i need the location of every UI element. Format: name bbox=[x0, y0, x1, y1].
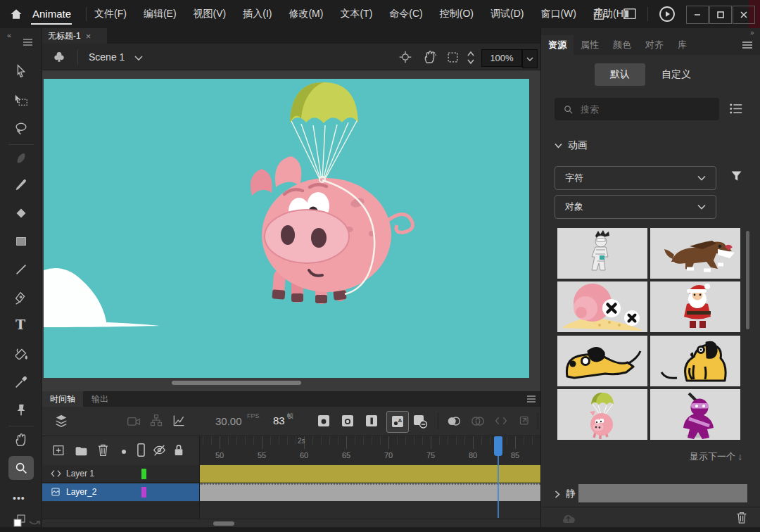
app-name[interactable]: Animate bbox=[32, 8, 71, 20]
color-swatches-icon[interactable] bbox=[11, 514, 28, 528]
create-classic-tween-icon[interactable] bbox=[518, 414, 532, 427]
menu-item-commands[interactable]: 命令(C) bbox=[389, 8, 422, 20]
outline-view-icon[interactable] bbox=[137, 443, 146, 457]
add-layer-icon[interactable] bbox=[52, 444, 65, 457]
section-static-label[interactable]: 静 bbox=[566, 488, 576, 500]
mode-default-button[interactable]: 默认 bbox=[595, 63, 645, 86]
asset-thumbnail-ninja[interactable] bbox=[650, 389, 740, 440]
menu-item-text[interactable]: 文本(T) bbox=[340, 8, 372, 20]
insert-keyframe-button[interactable] bbox=[318, 415, 330, 427]
asset-thumbnail-mummy[interactable] bbox=[557, 228, 647, 279]
undo-arrow-icon[interactable] bbox=[28, 516, 41, 526]
tab-properties[interactable]: 属性 bbox=[574, 39, 606, 51]
clip-content-icon[interactable] bbox=[446, 51, 460, 64]
tool-zoom[interactable] bbox=[13, 460, 29, 476]
camera-icon[interactable] bbox=[127, 415, 141, 427]
character-dropdown[interactable]: 字符 bbox=[555, 166, 716, 190]
layer-color-chip[interactable] bbox=[141, 487, 146, 498]
tab-output[interactable]: 输出 bbox=[83, 391, 117, 407]
highlight-layer-dot-icon[interactable] bbox=[121, 449, 127, 455]
menu-item-insert[interactable]: 插入(I) bbox=[243, 8, 272, 20]
layer-track-1[interactable] bbox=[199, 465, 540, 483]
tab-color[interactable]: 颜色 bbox=[606, 39, 638, 51]
auto-keyframe-button[interactable]: A bbox=[386, 411, 409, 433]
more-tools-icon[interactable]: ••• bbox=[13, 493, 25, 504]
asset-thumbnail-dog-lying[interactable] bbox=[557, 336, 647, 386]
share-icon[interactable] bbox=[591, 6, 607, 22]
asset-grid-scrollbar[interactable] bbox=[746, 231, 749, 329]
layer-parenting-icon[interactable] bbox=[149, 414, 163, 428]
timeline-ruler[interactable]: 2s 50 55 60 65 70 75 80 85 bbox=[199, 436, 540, 464]
tool-line[interactable] bbox=[13, 262, 29, 277]
menu-item-file[interactable]: 文件(F) bbox=[94, 8, 127, 20]
onion-skin-icon[interactable] bbox=[446, 415, 462, 427]
center-stage-icon[interactable] bbox=[398, 50, 412, 64]
tool-paint-bucket[interactable] bbox=[13, 346, 29, 362]
asset-thumbnail-wolf[interactable] bbox=[650, 228, 740, 279]
tab-library[interactable]: 库 bbox=[671, 39, 694, 51]
remove-frames-button[interactable] bbox=[414, 415, 428, 429]
layer-color-chip[interactable] bbox=[141, 469, 146, 479]
delete-layer-icon[interactable] bbox=[97, 443, 109, 457]
tool-hand[interactable] bbox=[13, 432, 29, 448]
zoom-stepper[interactable] bbox=[466, 49, 476, 66]
upload-asset-icon[interactable] bbox=[560, 512, 576, 524]
search-input[interactable] bbox=[579, 103, 702, 115]
tool-eyedropper[interactable] bbox=[13, 374, 29, 390]
current-frame-value[interactable]: 83 bbox=[273, 414, 285, 426]
insert-frame-button[interactable] bbox=[366, 415, 378, 427]
scene-icon[interactable] bbox=[52, 50, 66, 64]
tab-assets[interactable]: 资源 bbox=[541, 35, 574, 55]
document-tab[interactable]: 无标题-1 × bbox=[42, 28, 107, 44]
maximize-button[interactable] bbox=[709, 6, 732, 24]
section-animation-label[interactable]: 动画 bbox=[568, 139, 588, 152]
insert-blank-keyframe-button[interactable] bbox=[342, 415, 354, 427]
asset-thumbnail-dog-sitting[interactable] bbox=[650, 336, 740, 386]
tool-eraser[interactable] bbox=[13, 205, 29, 221]
tool-selection[interactable] bbox=[13, 63, 29, 79]
asset-thumbnail-santa[interactable] bbox=[650, 281, 740, 332]
tool-subselection[interactable] bbox=[13, 93, 29, 108]
home-icon[interactable] bbox=[8, 7, 24, 21]
layer-row-2-selected[interactable]: Layer_2 bbox=[42, 483, 199, 501]
canvas-hscrollbar[interactable] bbox=[172, 381, 301, 385]
lock-layers-icon[interactable] bbox=[173, 443, 184, 457]
tool-fluid-brush[interactable] bbox=[13, 151, 29, 166]
tool-brush[interactable] bbox=[13, 177, 29, 193]
stage[interactable] bbox=[44, 79, 529, 378]
scene-chevron-down-icon[interactable] bbox=[134, 54, 144, 61]
frame-graph-icon[interactable] bbox=[172, 414, 186, 428]
zoom-level-field[interactable]: 100% bbox=[481, 49, 522, 67]
menu-item-control[interactable]: 控制(O) bbox=[440, 8, 474, 20]
show-next-link[interactable]: 显示下一个 ↓ bbox=[665, 450, 742, 463]
menu-item-view[interactable]: 视图(V) bbox=[194, 8, 227, 20]
search-box[interactable] bbox=[555, 98, 719, 120]
workspace-icon[interactable] bbox=[622, 7, 638, 21]
tool-pen[interactable] bbox=[13, 290, 29, 305]
timeline-hscrollbar[interactable] bbox=[213, 521, 234, 526]
document-tab-close-icon[interactable]: × bbox=[86, 31, 91, 42]
tool-lasso[interactable] bbox=[13, 121, 29, 137]
scene-name[interactable]: Scene 1 bbox=[89, 51, 125, 63]
tab-align[interactable]: 对齐 bbox=[638, 39, 671, 51]
test-movie-play-button[interactable] bbox=[659, 6, 676, 23]
playhead[interactable] bbox=[494, 436, 502, 456]
timeline-menu-icon[interactable] bbox=[526, 395, 536, 403]
rotate-view-icon[interactable] bbox=[422, 49, 438, 65]
section-static-chevron-icon[interactable] bbox=[555, 490, 560, 498]
close-button[interactable] bbox=[733, 6, 755, 24]
edit-multiple-frames-icon[interactable] bbox=[494, 414, 508, 427]
hide-layers-icon[interactable] bbox=[152, 444, 167, 457]
layer-track-2[interactable] bbox=[199, 483, 540, 501]
menu-item-edit[interactable]: 编辑(E) bbox=[144, 8, 177, 20]
delete-asset-icon[interactable] bbox=[736, 511, 747, 524]
assets-panel-menu-icon[interactable] bbox=[742, 41, 753, 49]
zoom-level-dropdown-icon[interactable] bbox=[522, 49, 538, 68]
tools-panel-menu-icon[interactable] bbox=[23, 38, 33, 46]
add-folder-icon[interactable] bbox=[75, 445, 88, 456]
tool-text[interactable]: T bbox=[15, 317, 25, 332]
menu-item-debug[interactable]: 调试(D) bbox=[490, 8, 524, 20]
tool-asset-warp-pin[interactable] bbox=[13, 403, 29, 418]
filter-icon[interactable] bbox=[729, 169, 744, 184]
layer-row-1[interactable]: Layer 1 bbox=[42, 465, 199, 483]
